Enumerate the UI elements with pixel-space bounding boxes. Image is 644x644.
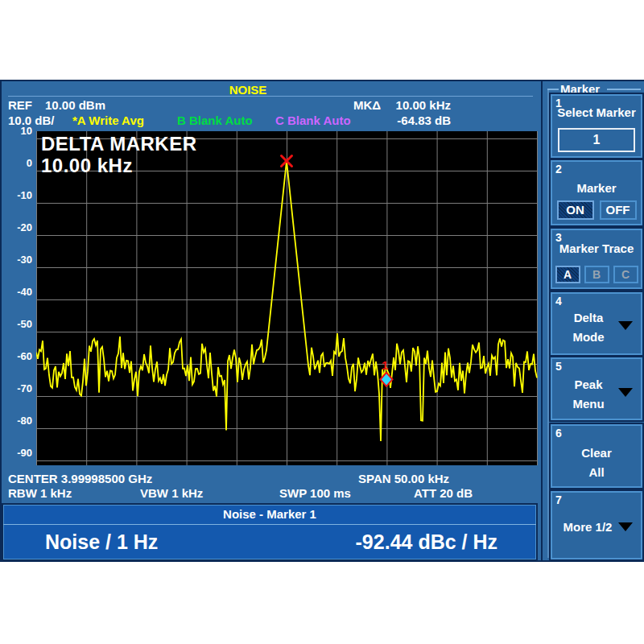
legend-line-left (547, 89, 559, 90)
delta-marker-symbol: MKΔ (353, 98, 381, 112)
overlay-line1: DELTA MARKER (41, 133, 197, 155)
noise-result-row: Noise / 1 Hz -92.44 dBc / Hz (3, 525, 536, 559)
trace-b-status: B Blank Auto (177, 114, 253, 127)
page-background: NOISE REF 10.00 dBm MKΔ 10.00 kHz 10.0 d… (0, 0, 644, 644)
noise-result-title: Noise - Marker 1 (3, 505, 536, 525)
softkey-delta-mode[interactable]: 4 Delta Mode (551, 292, 642, 355)
softkey-label: Marker (552, 181, 641, 195)
ref-value: 10.00 dBm (45, 98, 105, 112)
legend-line-right (607, 89, 641, 90)
title-separator (8, 96, 533, 97)
spectrum-plot-area: 1 DELTA MARKER 10.00 kHz (36, 131, 538, 465)
softkey-number: 2 (555, 163, 562, 175)
softkey-more[interactable]: 7 More 1/2 (551, 491, 642, 559)
y-axis-label: 0 (2, 156, 32, 171)
ref-label: REF (8, 98, 32, 112)
y-axis-label: -40 (2, 285, 32, 299)
marker-on-button[interactable]: ON (557, 200, 594, 220)
trace-b-button[interactable]: B (584, 266, 609, 283)
trace-c-status: C Blank Auto (275, 114, 351, 127)
softkey-number: 4 (555, 295, 562, 308)
attenuation-value: ATT 20 dB (414, 486, 473, 500)
softkey-select-marker[interactable]: 1 Select Marker 1 (551, 94, 642, 158)
trace-select-group: A B C (552, 266, 641, 283)
delta-marker-frequency: 10.00 kHz (396, 98, 451, 112)
marker-number-field: 1 (558, 128, 635, 152)
y-axis-label: -50 (2, 317, 32, 332)
trace-c-button[interactable]: C (613, 266, 638, 283)
dropdown-arrow-icon (618, 522, 633, 531)
delta-marker-level: -64.83 dB (353, 114, 451, 127)
overlay-line2: 10.00 kHz (41, 155, 197, 176)
sweep-value: SWP 100 ms (279, 486, 351, 500)
delta-marker-number: 1 (382, 358, 388, 372)
vbw-value: VBW 1 kHz (140, 486, 203, 500)
y-axis-label: -90 (2, 446, 32, 460)
screen-title: NOISE (2, 83, 494, 97)
y-axis-label: -60 (2, 349, 32, 364)
dropdown-arrow-icon (618, 388, 633, 397)
y-axis-label: 10 (2, 124, 32, 138)
y-axis-label: -30 (2, 253, 32, 267)
noise-result-panel: Noise - Marker 1 Noise / 1 Hz -92.44 dBc… (2, 503, 538, 561)
softkey-number: 5 (555, 360, 562, 373)
softkey-marker-trace[interactable]: 3 Marker Trace A B C (551, 229, 642, 289)
softkey-menu: Marker 1 Select Marker 1 2 Marker ON OFF… (541, 81, 644, 560)
softkey-marker[interactable]: 2 Marker ON OFF (551, 160, 642, 225)
delta-marker-readout: MKΔ 10.00 kHz (353, 98, 451, 112)
menu-group-border (547, 89, 549, 558)
y-axis-label: -20 (2, 221, 32, 235)
softkey-label: More 1/2 (552, 520, 623, 534)
softkey-label: Clear All (552, 444, 641, 482)
y-axis-label: -70 (2, 382, 32, 396)
rbw-value: RBW 1 kHz (8, 486, 72, 500)
delta-marker-overlay: DELTA MARKER 10.00 kHz (41, 133, 197, 176)
center-frequency: CENTER 3.99998500 GHz (8, 472, 152, 485)
trace-a-button[interactable]: A (555, 266, 580, 283)
dropdown-arrow-icon (618, 321, 633, 330)
y-axis-label: -10 (2, 188, 32, 203)
softkey-label: Select Marker (552, 105, 641, 119)
noise-result-value: -92.44 dBc / Hz (356, 530, 497, 554)
softkey-number: 7 (555, 493, 562, 506)
softkey-clear-all[interactable]: 6 Clear All (551, 424, 642, 488)
softkey-label: Marker Trace (552, 242, 641, 255)
analyzer-screen: NOISE REF 10.00 dBm MKΔ 10.00 kHz 10.0 d… (0, 80, 644, 562)
softkey-number: 6 (555, 427, 562, 440)
softkey-peak-menu[interactable]: 5 Peak Menu (551, 357, 642, 420)
y-axis-label: -80 (2, 414, 32, 428)
marker-off-button[interactable]: OFF (600, 200, 637, 220)
noise-result-label: Noise / 1 Hz (45, 530, 158, 554)
trace-a-status: *A Write Avg (72, 114, 144, 127)
spectrum-plot: 1 (36, 131, 538, 465)
span-value: SPAN 50.00 kHz (358, 472, 449, 485)
marker-on-off-toggle: ON OFF (552, 200, 641, 220)
